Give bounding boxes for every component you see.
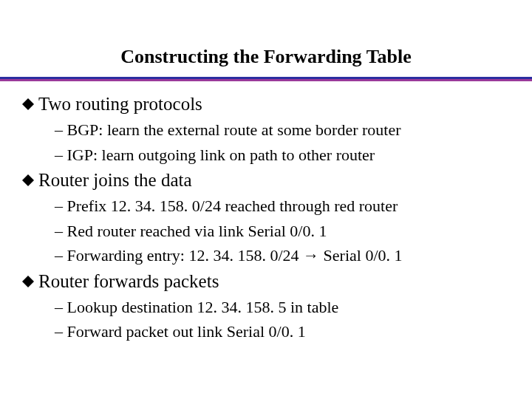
bullet-heading: Router joins the data: [38, 169, 192, 191]
svg-marker-1: [22, 174, 34, 186]
sub-list: – Lookup destination 12. 34. 158. 5 in t…: [22, 297, 510, 342]
slide-title: Constructing the Forwarding Table: [0, 46, 532, 68]
title-wrap: Constructing the Forwarding Table: [0, 0, 532, 74]
svg-marker-0: [22, 98, 34, 110]
sub-item: – Prefix 12. 34. 158. 0/24 reached throu…: [55, 196, 502, 216]
bullet-heading: Router forwards packets: [38, 270, 219, 293]
content-area: Two routing protocols – BGP: learn the e…: [0, 81, 532, 342]
diamond-bullet-icon: [22, 174, 34, 186]
diamond-bullet-icon: [22, 98, 34, 110]
slide: Constructing the Forwarding Table Two ro…: [0, 0, 532, 399]
title-divider: [0, 77, 532, 81]
bullet-main: Router forwards packets: [22, 270, 510, 293]
svg-marker-2: [22, 276, 34, 287]
sub-list: – BGP: learn the external route at some …: [22, 120, 510, 165]
sub-item: – Lookup destination 12. 34. 158. 5 in t…: [55, 297, 502, 318]
sub-item: – BGP: learn the external route at some …: [55, 120, 502, 140]
sub-item: – IGP: learn outgoing link on path to ot…: [55, 145, 502, 166]
sub-item: – Forwarding entry: 12. 34. 158. 0/24 → …: [55, 245, 502, 266]
bullet-main: Two routing protocols: [22, 93, 510, 115]
bullet-main: Router joins the data: [22, 169, 510, 191]
sub-item: – Forward packet out link Serial 0/0. 1: [55, 321, 502, 342]
sub-item: – Red router reached via link Serial 0/0…: [55, 221, 502, 242]
sub-list: – Prefix 12. 34. 158. 0/24 reached throu…: [22, 196, 510, 266]
bullet-heading: Two routing protocols: [38, 93, 202, 115]
diamond-bullet-icon: [22, 276, 34, 287]
divider-line-purple: [0, 79, 532, 81]
